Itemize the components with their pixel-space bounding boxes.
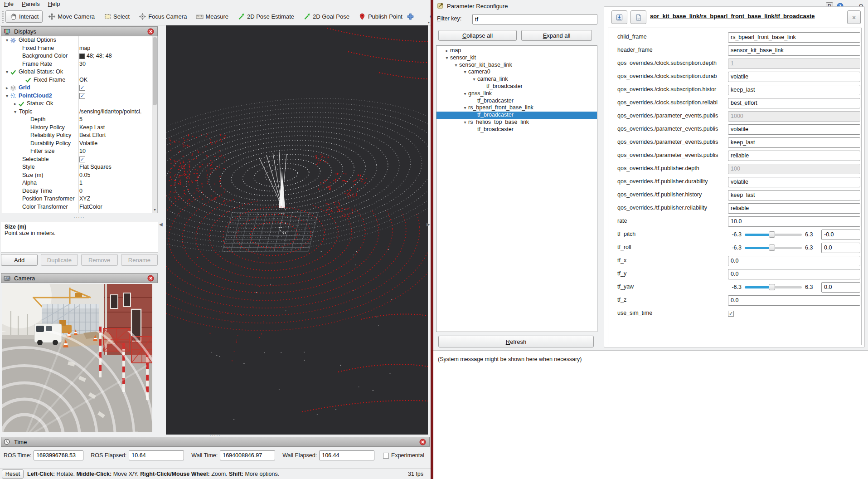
time-panel-titlebar[interactable]: Time (1, 437, 430, 447)
checkbox[interactable]: ✓ (79, 93, 85, 99)
collapse-left-dock-icon[interactable]: ◀ (159, 222, 163, 227)
displays-row[interactable]: Color TransformerFlatColor (1, 203, 157, 211)
expander-down-icon[interactable]: ▾ (462, 68, 468, 76)
close-tab-icon[interactable]: × (847, 10, 861, 24)
node-tree-row[interactable]: ▸map (436, 47, 597, 54)
displays-row[interactable]: Fixed Framemap (1, 44, 157, 53)
expander-down-icon[interactable]: ▾ (4, 92, 10, 100)
property-value[interactable]: 0 (79, 187, 82, 196)
close-icon[interactable] (419, 439, 427, 445)
node-tree-row[interactable]: tf_broadcaster (436, 83, 597, 90)
tool-interact[interactable]: Interact (5, 10, 43, 23)
ros-time-input[interactable] (34, 450, 83, 460)
toolbar-overflow-icon[interactable]: ▾ (428, 20, 430, 24)
duplicate-button[interactable]: Duplicate (41, 254, 78, 266)
node-tree-row-selected[interactable]: tf_broadcaster (436, 112, 597, 119)
property-value[interactable]: Volatile (79, 140, 97, 148)
collapse-right-dock-icon[interactable]: ▶ (427, 222, 430, 227)
collapse-all-button[interactable]: Collapse all (438, 30, 517, 41)
displays-row[interactable]: ▸Grid✓ (1, 84, 157, 92)
scrollbar-thumb[interactable] (153, 37, 157, 105)
expander-down-icon[interactable]: ▾ (4, 68, 10, 76)
close-icon[interactable] (147, 275, 155, 281)
param-input-qos-overrides-tf-publisher-reliability[interactable] (728, 203, 860, 214)
node-tab-title[interactable]: sor_kit_base_link/rs_bpearl_front_base_l… (650, 13, 844, 20)
displays-row[interactable]: Size (m)0.05 (1, 171, 157, 180)
tool-focus-camera[interactable]: Focus Camera (135, 11, 190, 22)
wall-elapsed-input[interactable] (319, 450, 374, 460)
node-tree-row[interactable]: ▾sensor_kit (436, 54, 597, 62)
expand-all-button[interactable]: Expand all (521, 30, 592, 41)
property-value[interactable]: Best Effort (79, 132, 106, 140)
property-value[interactable]: /sensing/lidar/top/pointcl. (79, 108, 142, 116)
param-input-tf-x[interactable] (728, 256, 860, 266)
displays-row[interactable]: ▸Status: Ok (1, 100, 157, 108)
property-value[interactable]: map (79, 44, 90, 53)
splitter-handle[interactable]: ····· (1, 269, 158, 273)
reset-button[interactable]: Reset (2, 469, 24, 479)
rename-button[interactable]: Rename (121, 254, 158, 266)
checkbox[interactable]: ✓ (79, 85, 85, 91)
param-input-tf-yaw[interactable] (821, 282, 860, 293)
displays-row[interactable]: Alpha1 (1, 179, 157, 187)
property-value[interactable]: 5 (79, 116, 82, 124)
tool-2d-goal-pose[interactable]: 2D Goal Pose (300, 11, 353, 22)
expander-right-icon[interactable]: ▸ (12, 100, 18, 108)
displays-row[interactable]: StyleFlat Squares (1, 163, 157, 171)
render-viewport-3d[interactable] (166, 25, 428, 435)
property-value[interactable]: 0.05 (79, 171, 90, 180)
refresh-button[interactable]: Refresh (438, 336, 594, 347)
slider-handle[interactable] (769, 284, 775, 290)
param-input-qos-overrides-clock-subscription-durab[interactable] (728, 72, 860, 82)
node-tree-row[interactable]: ▾camera0 (436, 68, 597, 76)
node-tree-row[interactable]: ▾sensor_kit_base_link (436, 62, 597, 69)
property-value[interactable]: 30 (79, 60, 86, 68)
expander-right-icon[interactable]: ▸ (4, 84, 10, 92)
displays-panel-titlebar[interactable]: Displays (1, 26, 158, 36)
ros-elapsed-input[interactable] (129, 450, 184, 460)
expander-down-icon[interactable]: ▾ (12, 108, 18, 116)
property-value[interactable]: OK (79, 76, 87, 84)
slider-handle[interactable] (769, 244, 775, 251)
tool-publish-point[interactable]: Publish Point (355, 11, 406, 22)
load-params-button[interactable] (630, 10, 646, 24)
property-value[interactable]: ✓ (79, 92, 85, 100)
param-input-header-frame[interactable] (728, 45, 860, 56)
expander-down-icon[interactable]: ▾ (462, 119, 468, 126)
slider-track-tf-yaw[interactable] (745, 286, 802, 288)
expander-down-icon[interactable]: ▾ (462, 104, 468, 112)
property-value[interactable]: ✓ (79, 156, 85, 164)
tool-select[interactable]: Select (100, 11, 133, 22)
expander-down-icon[interactable]: ▾ (444, 54, 450, 62)
filter-key-input[interactable] (472, 14, 597, 24)
param-input-qos-overrides-parameter-events-publis[interactable] (728, 137, 860, 148)
camera-panel-titlebar[interactable]: Camera (1, 273, 158, 283)
displays-row[interactable]: Position TransformerXYZ (1, 195, 157, 203)
param-input-tf-roll[interactable] (821, 243, 860, 253)
displays-scrollbar[interactable]: ▾ (152, 36, 157, 213)
param-input-qos-overrides-parameter-events-publis[interactable] (728, 124, 860, 135)
displays-row[interactable]: Background Color48; 48; 48 (1, 52, 157, 60)
displays-row[interactable]: Frame Rate30 (1, 60, 157, 68)
displays-row[interactable]: Fixed FrameOK (1, 76, 157, 84)
displays-row[interactable]: History PolicyKeep Last (1, 124, 157, 132)
toolbar-drag-handle[interactable] (2, 11, 4, 23)
slider-track-tf-pitch[interactable] (745, 234, 802, 236)
slider-handle[interactable] (769, 231, 775, 238)
displays-row[interactable]: ▾Topic/sensing/lidar/top/pointcl. (1, 108, 157, 116)
property-value[interactable]: 1 (79, 179, 82, 187)
wall-time-input[interactable] (220, 450, 275, 460)
displays-row[interactable]: Depth5 (1, 116, 157, 124)
slider-track-tf-roll[interactable] (745, 247, 802, 249)
displays-row[interactable]: Durability PolicyVolatile (1, 140, 157, 148)
expander-down-icon[interactable]: ▾ (453, 62, 459, 69)
menu-file[interactable]: File (0, 0, 18, 8)
menu-help[interactable]: Help (44, 0, 64, 8)
tool-move-camera[interactable]: Move Camera (44, 11, 98, 22)
tool-2d-pose-estimate[interactable]: 2D Pose Estimate (234, 11, 298, 22)
node-tree-row[interactable]: ▾camera_link (436, 76, 597, 83)
save-params-button[interactable] (611, 10, 627, 24)
param-input-tf-y[interactable] (728, 269, 860, 279)
param-input-tf-pitch[interactable] (821, 230, 860, 240)
node-tree-row[interactable]: ▾rs_bpearl_front_base_link (436, 104, 597, 112)
